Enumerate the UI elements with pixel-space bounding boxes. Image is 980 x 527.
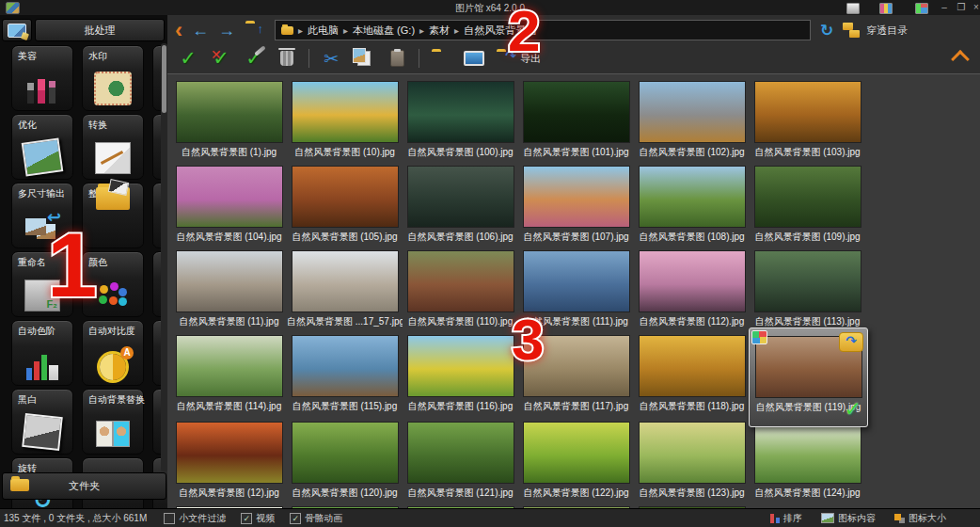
- thumbnail-cell[interactable]: 自然风景背景图 (118).jpg: [634, 334, 750, 419]
- thumbnail-cell[interactable]: 自然风景背景图 (123).jpg: [634, 421, 750, 505]
- thumbnail-image[interactable]: [177, 423, 282, 483]
- thumbnail-image[interactable]: [177, 336, 282, 396]
- thumbnail-cell[interactable]: 自然风景背景图 (102).jpg: [634, 80, 750, 165]
- breadcrumb-item[interactable]: 本地磁盘 (G:): [353, 24, 415, 38]
- thumbnail-image[interactable]: [755, 167, 861, 227]
- scrollbar-thumb[interactable]: [162, 45, 166, 113]
- delete-button[interactable]: [276, 47, 298, 70]
- thumbnail-cell[interactable]: 自然风景背景图 (100).jpg: [403, 80, 518, 165]
- thumbnail-image[interactable]: [640, 423, 745, 483]
- sidebar-tool-bg-replace[interactable]: 自动背景替换: [82, 389, 144, 455]
- thumbnail-cell[interactable]: 自然风景背景图 (11).jpg: [171, 249, 287, 334]
- thumbnail-cell[interactable]: 自然风景背景图 (112).jpg: [634, 249, 750, 334]
- filter-checkbox-unchecked[interactable]: 小文件过滤: [164, 512, 226, 525]
- sidebar-tool-watermark[interactable]: 水印: [82, 45, 144, 111]
- thumbnail-cell[interactable]: 自然风景背景图 (108).jpg: [634, 165, 750, 249]
- thumbnail-image[interactable]: [524, 251, 629, 311]
- thumbnail-cell[interactable]: 自然风景背景图 ...17_57.jpg: [287, 249, 403, 334]
- select-all-button[interactable]: ✓: [177, 47, 199, 70]
- sidebar-tool-convert[interactable]: 转换: [82, 114, 144, 180]
- up-folder-button[interactable]: ↑: [245, 24, 265, 38]
- thumbnail-image[interactable]: [640, 82, 745, 142]
- sidebar-tool-auto-contrast[interactable]: 自动对比度: [82, 320, 144, 386]
- thumbnail-cell[interactable]: 自然风景背景图 (116).jpg: [403, 334, 518, 419]
- thumbnail-image[interactable]: [408, 82, 514, 142]
- sidebar-tool-optimize[interactable]: 优化: [11, 114, 73, 180]
- iconcontent-button[interactable]: 图标内容: [821, 512, 876, 525]
- thumbnail-cell[interactable]: 自然风景背景图 (121).jpg: [403, 421, 518, 505]
- thumbnail-image[interactable]: [408, 251, 514, 311]
- back-chevron-button[interactable]: ‹: [175, 22, 182, 39]
- checkbox-icon[interactable]: ✓: [241, 513, 252, 524]
- thumbnail-image[interactable]: [640, 336, 745, 396]
- thumbnail-cell[interactable]: 自然风景背景图 (105).jpg: [287, 165, 403, 249]
- thumbnail-cell[interactable]: 自然风景背景图 (122).jpg: [518, 421, 634, 505]
- thumbnail-image[interactable]: [408, 423, 514, 483]
- thumbnail-image[interactable]: [755, 251, 861, 311]
- thumbnail-image[interactable]: [524, 423, 629, 483]
- thumbnail-image[interactable]: [292, 251, 398, 311]
- thumbnail-image[interactable]: [177, 251, 282, 311]
- collapse-up-chevron-icon[interactable]: [951, 50, 970, 69]
- apps-grid-icon[interactable]: [915, 3, 928, 14]
- sidebar-tool-beauty[interactable]: 美容: [11, 45, 73, 111]
- checkbox-icon[interactable]: [164, 513, 175, 524]
- selection-settings-button[interactable]: ✓: [243, 47, 265, 70]
- thumbnail-image[interactable]: [755, 423, 861, 483]
- thumbnail-cell[interactable]: 自然风景背景图 (110).jpg: [403, 249, 518, 334]
- thumbnail-cell[interactable]: 自然风景背景图 (113).jpg: [750, 249, 865, 334]
- thumbnail-image[interactable]: [755, 82, 861, 142]
- maximize-button[interactable]: ❐: [955, 1, 968, 13]
- thumbnail-cell[interactable]: 自然风景背景图 (10).jpg: [287, 80, 403, 165]
- breadcrumb-item[interactable]: 此电脑: [308, 24, 339, 38]
- minimize-button[interactable]: –: [938, 1, 951, 13]
- thumbnail-image[interactable]: [177, 167, 282, 227]
- save-icon[interactable]: [846, 3, 860, 14]
- thumbnail-image[interactable]: [640, 251, 745, 311]
- thumbnail-cell[interactable]: 自然风景背景图 (1).jpg: [171, 80, 287, 165]
- photo-edit-button[interactable]: [2, 19, 32, 41]
- thumbnail-image[interactable]: [292, 423, 398, 483]
- sidebar-tool-auto-levels[interactable]: 自动色阶: [11, 320, 73, 386]
- thumbnail-image[interactable]: [292, 82, 398, 142]
- thumbnail-cell[interactable]: 自然风景背景图 (114).jpg: [171, 334, 287, 419]
- paste-button[interactable]: [386, 47, 408, 70]
- thumbnail-cell[interactable]: 自然风景背景图 (103).jpg: [750, 80, 865, 165]
- sidebar-tool-bw[interactable]: 黑白: [11, 389, 73, 455]
- thumbnail-cell[interactable]: 自然风景背景图 (115).jpg: [287, 334, 403, 419]
- folder-footer-button[interactable]: 文件夹: [2, 472, 166, 500]
- thumbnail-cell[interactable]: 自然风景背景图 (104).jpg: [171, 165, 287, 249]
- thumbnail-cell[interactable]: 自然风景背景图 (119).jpg↷✓: [749, 327, 868, 427]
- folder-view-button[interactable]: [463, 47, 485, 70]
- thumbnail-cell[interactable]: 自然风景背景图 (109).jpg: [750, 165, 865, 249]
- iconsize-button[interactable]: 图标大小: [894, 512, 946, 525]
- thumbnail-image[interactable]: [177, 82, 282, 142]
- copy-button[interactable]: [353, 47, 375, 70]
- thumbnail-image[interactable]: [408, 167, 514, 227]
- breadcrumb[interactable]: ▸此电脑▸本地磁盘 (G:)▸素材▸自然风景背景图: [275, 20, 811, 40]
- close-button[interactable]: ×: [970, 1, 980, 13]
- deselect-button[interactable]: ✓ ✕: [210, 47, 232, 70]
- back-arrow-button[interactable]: ←: [192, 21, 209, 40]
- thumbnail-cell[interactable]: 自然风景背景图 (120).jpg: [287, 421, 403, 505]
- export-badge-icon[interactable]: ↷: [839, 332, 863, 352]
- refresh-button[interactable]: ↻: [820, 21, 833, 40]
- thumbnail-cell[interactable]: 自然风景背景图 (107).jpg: [518, 165, 634, 249]
- thumbnail-image[interactable]: [408, 336, 514, 396]
- forward-arrow-button[interactable]: →: [218, 21, 235, 40]
- thumbnail-cell[interactable]: 自然风景背景图 (12).jpg: [171, 421, 287, 505]
- thumbnail-image[interactable]: [524, 82, 629, 142]
- thumbnail-cell[interactable]: 自然风景背景图 (101).jpg: [518, 80, 634, 165]
- thumbnail-image[interactable]: [640, 167, 745, 227]
- thumbnail-cell[interactable]: 自然风景背景图 (124).jpg: [750, 421, 865, 505]
- thumbnail-cell[interactable]: 自然风景背景图 (106).jpg: [403, 165, 518, 249]
- breadcrumb-item[interactable]: 素材: [429, 24, 450, 38]
- penetrate-directory-button[interactable]: 穿透目录: [843, 23, 908, 38]
- thumbnail-image[interactable]: [524, 167, 629, 227]
- filter-checkbox-checked[interactable]: ✓视频: [241, 512, 275, 525]
- sort-button[interactable]: 排序: [770, 512, 802, 525]
- open-folder-button[interactable]: [430, 47, 452, 70]
- thumbnail-image[interactable]: [292, 336, 398, 396]
- thumbnail-image[interactable]: [292, 167, 398, 227]
- palette-icon[interactable]: [879, 3, 893, 14]
